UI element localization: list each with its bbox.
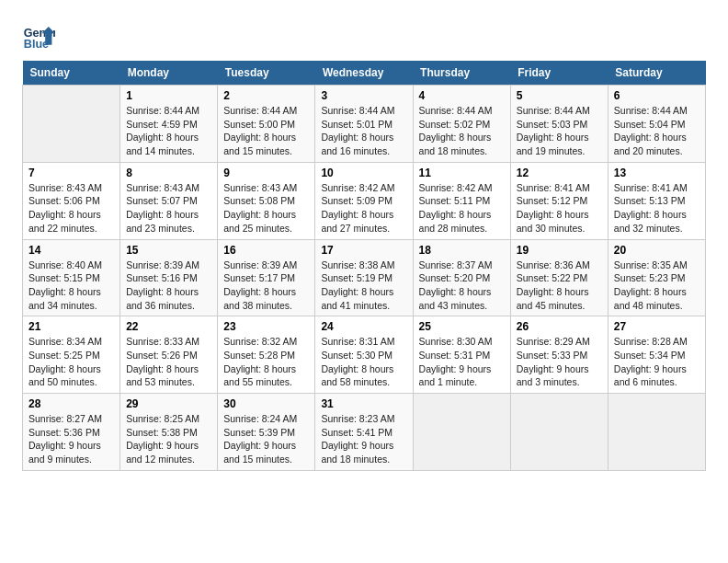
week-row-4: 21Sunrise: 8:34 AMSunset: 5:25 PMDayligh… (23, 316, 706, 394)
day-info: Sunrise: 8:38 AMSunset: 5:19 PMDaylight:… (321, 259, 406, 313)
day-number: 16 (223, 244, 309, 257)
calendar-table: SundayMondayTuesdayWednesdayThursdayFrid… (22, 61, 706, 471)
day-number: 14 (28, 244, 114, 257)
day-info: Sunrise: 8:42 AMSunset: 5:09 PMDaylight:… (321, 181, 406, 236)
day-number: 15 (126, 244, 211, 257)
day-info: Sunrise: 8:44 AMSunset: 4:59 PMDaylight:… (126, 104, 211, 158)
day-cell: 16Sunrise: 8:39 AMSunset: 5:17 PMDayligh… (218, 239, 315, 316)
day-info: Sunrise: 8:37 AMSunset: 5:20 PMDaylight:… (419, 259, 505, 313)
day-cell: 12Sunrise: 8:41 AMSunset: 5:12 PMDayligh… (510, 162, 608, 239)
day-cell: 17Sunrise: 8:38 AMSunset: 5:19 PMDayligh… (315, 239, 413, 316)
day-cell: 10Sunrise: 8:42 AMSunset: 5:09 PMDayligh… (315, 162, 413, 239)
day-cell: 13Sunrise: 8:41 AMSunset: 5:13 PMDayligh… (608, 162, 705, 239)
day-info: Sunrise: 8:27 AMSunset: 5:36 PMDaylight:… (28, 412, 114, 466)
day-cell (413, 394, 510, 471)
day-number: 27 (614, 320, 700, 333)
week-row-1: 1Sunrise: 8:44 AMSunset: 4:59 PMDaylight… (23, 86, 706, 163)
day-info: Sunrise: 8:41 AMSunset: 5:13 PMDaylight:… (614, 181, 700, 236)
day-number: 25 (419, 320, 505, 333)
day-info: Sunrise: 8:30 AMSunset: 5:31 PMDaylight:… (419, 335, 505, 389)
day-cell: 29Sunrise: 8:25 AMSunset: 5:38 PMDayligh… (120, 394, 218, 471)
day-info: Sunrise: 8:44 AMSunset: 5:03 PMDaylight:… (517, 104, 602, 158)
day-cell: 15Sunrise: 8:39 AMSunset: 5:16 PMDayligh… (120, 239, 218, 316)
day-cell: 2Sunrise: 8:44 AMSunset: 5:00 PMDaylight… (218, 86, 315, 163)
logo-icon: General Blue (22, 18, 55, 52)
day-info: Sunrise: 8:44 AMSunset: 5:00 PMDaylight:… (223, 104, 309, 158)
day-cell: 14Sunrise: 8:40 AMSunset: 5:15 PMDayligh… (23, 239, 120, 316)
day-number: 1 (126, 89, 211, 102)
day-cell: 1Sunrise: 8:44 AMSunset: 4:59 PMDaylight… (120, 86, 218, 163)
header-cell-thursday: Thursday (413, 61, 510, 86)
day-cell: 27Sunrise: 8:28 AMSunset: 5:34 PMDayligh… (608, 316, 705, 394)
day-cell (608, 394, 705, 471)
week-row-2: 7Sunrise: 8:43 AMSunset: 5:06 PMDaylight… (23, 162, 706, 239)
day-number: 30 (223, 397, 309, 410)
header-cell-saturday: Saturday (608, 61, 705, 86)
day-info: Sunrise: 8:28 AMSunset: 5:34 PMDaylight:… (614, 335, 700, 389)
day-cell: 5Sunrise: 8:44 AMSunset: 5:03 PMDaylight… (510, 86, 608, 163)
day-cell: 30Sunrise: 8:24 AMSunset: 5:39 PMDayligh… (218, 394, 315, 471)
header-row: SundayMondayTuesdayWednesdayThursdayFrid… (23, 61, 706, 86)
header-cell-wednesday: Wednesday (315, 61, 413, 86)
day-number: 10 (321, 167, 406, 179)
day-info: Sunrise: 8:43 AMSunset: 5:08 PMDaylight:… (223, 181, 309, 236)
day-cell (510, 394, 608, 471)
day-cell: 4Sunrise: 8:44 AMSunset: 5:02 PMDaylight… (413, 86, 510, 163)
day-info: Sunrise: 8:44 AMSunset: 5:04 PMDaylight:… (614, 104, 700, 158)
day-cell: 19Sunrise: 8:36 AMSunset: 5:22 PMDayligh… (510, 239, 608, 316)
svg-text:Blue: Blue (24, 38, 49, 51)
day-info: Sunrise: 8:34 AMSunset: 5:25 PMDaylight:… (28, 335, 114, 389)
day-number: 31 (321, 397, 406, 410)
day-cell: 21Sunrise: 8:34 AMSunset: 5:25 PMDayligh… (23, 316, 120, 394)
day-number: 2 (223, 89, 309, 102)
day-number: 4 (419, 89, 505, 102)
day-cell: 7Sunrise: 8:43 AMSunset: 5:06 PMDaylight… (23, 162, 120, 239)
day-cell: 3Sunrise: 8:44 AMSunset: 5:01 PMDaylight… (315, 86, 413, 163)
day-info: Sunrise: 8:32 AMSunset: 5:28 PMDaylight:… (223, 335, 309, 389)
day-cell: 9Sunrise: 8:43 AMSunset: 5:08 PMDaylight… (218, 162, 315, 239)
day-number: 22 (126, 320, 211, 333)
day-info: Sunrise: 8:44 AMSunset: 5:01 PMDaylight:… (321, 104, 406, 158)
day-number: 24 (321, 320, 406, 333)
header-cell-sunday: Sunday (23, 61, 120, 86)
day-number: 28 (28, 397, 114, 410)
header: General Blue (22, 18, 706, 52)
day-cell: 22Sunrise: 8:33 AMSunset: 5:26 PMDayligh… (120, 316, 218, 394)
day-info: Sunrise: 8:23 AMSunset: 5:41 PMDaylight:… (321, 412, 406, 466)
logo: General Blue (22, 18, 55, 52)
day-number: 26 (517, 320, 602, 333)
day-cell: 23Sunrise: 8:32 AMSunset: 5:28 PMDayligh… (218, 316, 315, 394)
day-number: 6 (614, 89, 700, 102)
day-number: 17 (321, 244, 406, 257)
week-row-5: 28Sunrise: 8:27 AMSunset: 5:36 PMDayligh… (23, 394, 706, 471)
calendar-page: General Blue SundayMondayTuesdayWednesda… (0, 0, 728, 489)
day-number: 21 (28, 320, 114, 333)
day-info: Sunrise: 8:43 AMSunset: 5:07 PMDaylight:… (126, 181, 211, 236)
header-cell-friday: Friday (510, 61, 608, 86)
day-number: 9 (223, 167, 309, 179)
day-cell: 6Sunrise: 8:44 AMSunset: 5:04 PMDaylight… (608, 86, 705, 163)
day-info: Sunrise: 8:24 AMSunset: 5:39 PMDaylight:… (223, 412, 309, 466)
day-info: Sunrise: 8:44 AMSunset: 5:02 PMDaylight:… (419, 104, 505, 158)
day-cell: 18Sunrise: 8:37 AMSunset: 5:20 PMDayligh… (413, 239, 510, 316)
day-info: Sunrise: 8:25 AMSunset: 5:38 PMDaylight:… (126, 412, 211, 466)
day-info: Sunrise: 8:40 AMSunset: 5:15 PMDaylight:… (28, 259, 114, 313)
day-info: Sunrise: 8:36 AMSunset: 5:22 PMDaylight:… (517, 259, 602, 313)
day-number: 7 (28, 167, 114, 179)
day-cell: 26Sunrise: 8:29 AMSunset: 5:33 PMDayligh… (510, 316, 608, 394)
day-cell: 11Sunrise: 8:42 AMSunset: 5:11 PMDayligh… (413, 162, 510, 239)
day-info: Sunrise: 8:42 AMSunset: 5:11 PMDaylight:… (419, 181, 505, 236)
day-info: Sunrise: 8:39 AMSunset: 5:16 PMDaylight:… (126, 259, 211, 313)
day-cell: 8Sunrise: 8:43 AMSunset: 5:07 PMDaylight… (120, 162, 218, 239)
header-cell-tuesday: Tuesday (218, 61, 315, 86)
day-number: 11 (419, 167, 505, 179)
day-info: Sunrise: 8:33 AMSunset: 5:26 PMDaylight:… (126, 335, 211, 389)
day-number: 23 (223, 320, 309, 333)
day-number: 29 (126, 397, 211, 410)
day-cell: 31Sunrise: 8:23 AMSunset: 5:41 PMDayligh… (315, 394, 413, 471)
day-info: Sunrise: 8:35 AMSunset: 5:23 PMDaylight:… (614, 259, 700, 313)
day-info: Sunrise: 8:39 AMSunset: 5:17 PMDaylight:… (223, 259, 309, 313)
day-number: 5 (517, 89, 602, 102)
week-row-3: 14Sunrise: 8:40 AMSunset: 5:15 PMDayligh… (23, 239, 706, 316)
day-info: Sunrise: 8:41 AMSunset: 5:12 PMDaylight:… (517, 181, 602, 236)
